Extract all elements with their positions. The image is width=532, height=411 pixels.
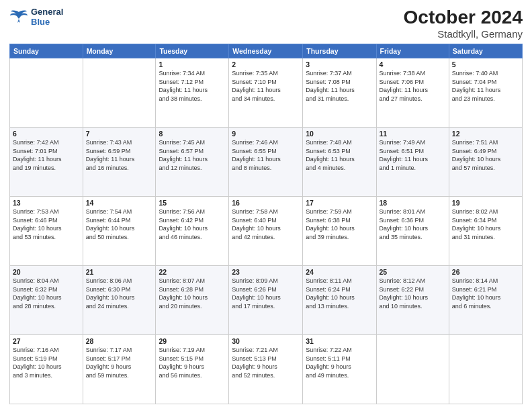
day-number: 26 — [452, 268, 519, 276]
day-info: Sunrise: 8:02 AMSunset: 6:34 PMDaylight:… — [452, 208, 519, 241]
day-number: 5 — [452, 60, 519, 68]
calendar-cell: 22Sunrise: 8:07 AMSunset: 6:28 PMDayligh… — [156, 266, 229, 335]
calendar-cell: 1Sunrise: 7:34 AMSunset: 7:12 PMDaylight… — [156, 58, 229, 128]
calendar-cell — [10, 58, 83, 128]
day-number: 30 — [232, 337, 300, 345]
calendar-cell: 29Sunrise: 7:19 AMSunset: 5:15 PMDayligh… — [156, 335, 229, 404]
calendar-cell — [376, 335, 449, 404]
calendar-cell: 23Sunrise: 8:09 AMSunset: 6:26 PMDayligh… — [229, 266, 303, 335]
day-number: 2 — [232, 60, 300, 68]
location-title: Stadtkyll, Germany — [404, 28, 523, 40]
calendar-cell: 15Sunrise: 7:56 AMSunset: 6:42 PMDayligh… — [156, 197, 229, 266]
weekday-header-thursday: Thursday — [303, 44, 376, 58]
calendar-cell: 28Sunrise: 7:17 AMSunset: 5:17 PMDayligh… — [83, 335, 156, 404]
calendar-cell: 25Sunrise: 8:12 AMSunset: 6:22 PMDayligh… — [376, 266, 449, 335]
day-info: Sunrise: 8:07 AMSunset: 6:28 PMDaylight:… — [159, 277, 226, 310]
day-info: Sunrise: 7:54 AMSunset: 6:44 PMDaylight:… — [86, 208, 153, 241]
day-number: 18 — [380, 199, 446, 207]
day-info: Sunrise: 7:56 AMSunset: 6:42 PMDaylight:… — [159, 208, 226, 241]
day-number: 6 — [13, 130, 80, 138]
day-info: Sunrise: 7:21 AMSunset: 5:13 PMDaylight:… — [232, 346, 300, 379]
day-number: 27 — [13, 337, 80, 345]
calendar-cell: 10Sunrise: 7:48 AMSunset: 6:53 PMDayligh… — [303, 128, 376, 197]
calendar-cell: 11Sunrise: 7:49 AMSunset: 6:51 PMDayligh… — [376, 128, 449, 197]
day-number: 7 — [86, 130, 153, 138]
day-info: Sunrise: 7:16 AMSunset: 5:19 PMDaylight:… — [13, 346, 80, 379]
calendar: SundayMondayTuesdayWednesdayThursdayFrid… — [9, 44, 523, 404]
weekday-header-friday: Friday — [376, 44, 449, 58]
calendar-cell: 2Sunrise: 7:35 AMSunset: 7:10 PMDaylight… — [229, 58, 303, 128]
calendar-cell: 13Sunrise: 7:53 AMSunset: 6:46 PMDayligh… — [10, 197, 83, 266]
calendar-cell: 16Sunrise: 7:58 AMSunset: 6:40 PMDayligh… — [229, 197, 303, 266]
header: General Blue October 2024 Stadtkyll, Ger… — [9, 7, 523, 40]
calendar-cell: 19Sunrise: 8:02 AMSunset: 6:34 PMDayligh… — [449, 197, 522, 266]
day-info: Sunrise: 7:42 AMSunset: 7:01 PMDaylight:… — [13, 138, 80, 172]
calendar-cell: 24Sunrise: 8:11 AMSunset: 6:24 PMDayligh… — [303, 266, 376, 335]
day-info: Sunrise: 7:43 AMSunset: 6:59 PMDaylight:… — [86, 138, 153, 172]
day-number: 17 — [306, 199, 373, 207]
calendar-cell: 7Sunrise: 7:43 AMSunset: 6:59 PMDaylight… — [83, 128, 156, 197]
day-info: Sunrise: 8:11 AMSunset: 6:24 PMDaylight:… — [306, 277, 373, 310]
day-info: Sunrise: 7:37 AMSunset: 7:08 PMDaylight:… — [306, 69, 373, 103]
day-number: 14 — [86, 199, 153, 207]
calendar-cell: 3Sunrise: 7:37 AMSunset: 7:08 PMDaylight… — [303, 58, 376, 128]
calendar-cell: 20Sunrise: 8:04 AMSunset: 6:32 PMDayligh… — [10, 266, 83, 335]
day-number: 31 — [306, 337, 373, 345]
day-number: 13 — [13, 199, 80, 207]
day-number: 25 — [380, 268, 446, 276]
day-number: 24 — [306, 268, 373, 276]
day-number: 16 — [232, 199, 300, 207]
day-info: Sunrise: 7:51 AMSunset: 6:49 PMDaylight:… — [452, 138, 519, 172]
day-info: Sunrise: 8:04 AMSunset: 6:32 PMDaylight:… — [13, 277, 80, 310]
calendar-cell: 26Sunrise: 8:14 AMSunset: 6:21 PMDayligh… — [449, 266, 522, 335]
day-number: 15 — [159, 199, 226, 207]
page: General Blue October 2024 Stadtkyll, Ger… — [0, 0, 532, 411]
day-info: Sunrise: 7:17 AMSunset: 5:17 PMDaylight:… — [86, 346, 153, 379]
day-number: 19 — [452, 199, 519, 207]
day-info: Sunrise: 7:45 AMSunset: 6:57 PMDaylight:… — [159, 138, 226, 172]
calendar-cell — [449, 335, 522, 404]
day-info: Sunrise: 8:09 AMSunset: 6:26 PMDaylight:… — [232, 277, 300, 310]
weekday-header-wednesday: Wednesday — [229, 44, 303, 58]
day-number: 28 — [86, 337, 153, 345]
day-number: 29 — [159, 337, 226, 345]
day-number: 11 — [380, 130, 446, 138]
weekday-header-saturday: Saturday — [449, 44, 522, 58]
day-info: Sunrise: 7:22 AMSunset: 5:11 PMDaylight:… — [306, 346, 373, 379]
day-info: Sunrise: 7:46 AMSunset: 6:55 PMDaylight:… — [232, 138, 300, 172]
day-info: Sunrise: 8:12 AMSunset: 6:22 PMDaylight:… — [380, 277, 446, 310]
day-info: Sunrise: 7:40 AMSunset: 7:04 PMDaylight:… — [452, 69, 519, 103]
calendar-cell: 21Sunrise: 8:06 AMSunset: 6:30 PMDayligh… — [83, 266, 156, 335]
calendar-cell: 5Sunrise: 7:40 AMSunset: 7:04 PMDaylight… — [449, 58, 522, 128]
weekday-header-sunday: Sunday — [10, 44, 83, 58]
calendar-cell — [83, 58, 156, 128]
calendar-cell: 12Sunrise: 7:51 AMSunset: 6:49 PMDayligh… — [449, 128, 522, 197]
weekday-header-tuesday: Tuesday — [156, 44, 229, 58]
day-number: 20 — [13, 268, 80, 276]
logo: General Blue — [9, 7, 63, 27]
logo-text: General Blue — [31, 7, 63, 27]
calendar-cell: 9Sunrise: 7:46 AMSunset: 6:55 PMDaylight… — [229, 128, 303, 197]
calendar-cell: 4Sunrise: 7:38 AMSunset: 7:06 PMDaylight… — [376, 58, 449, 128]
month-title: October 2024 — [404, 7, 523, 28]
day-info: Sunrise: 7:53 AMSunset: 6:46 PMDaylight:… — [13, 208, 80, 241]
day-info: Sunrise: 7:34 AMSunset: 7:12 PMDaylight:… — [159, 69, 226, 103]
day-info: Sunrise: 8:14 AMSunset: 6:21 PMDaylight:… — [452, 277, 519, 310]
calendar-cell: 30Sunrise: 7:21 AMSunset: 5:13 PMDayligh… — [229, 335, 303, 404]
day-number: 23 — [232, 268, 300, 276]
calendar-cell: 6Sunrise: 7:42 AMSunset: 7:01 PMDaylight… — [10, 128, 83, 197]
day-number: 12 — [452, 130, 519, 138]
day-info: Sunrise: 7:58 AMSunset: 6:40 PMDaylight:… — [232, 208, 300, 241]
weekday-header-monday: Monday — [83, 44, 156, 58]
day-number: 9 — [232, 130, 300, 138]
day-number: 1 — [159, 60, 226, 68]
day-number: 4 — [380, 60, 446, 68]
title-block: October 2024 Stadtkyll, Germany — [404, 7, 523, 40]
day-info: Sunrise: 7:49 AMSunset: 6:51 PMDaylight:… — [380, 138, 446, 172]
day-info: Sunrise: 7:38 AMSunset: 7:06 PMDaylight:… — [380, 69, 446, 103]
day-number: 8 — [159, 130, 226, 138]
day-info: Sunrise: 8:01 AMSunset: 6:36 PMDaylight:… — [380, 208, 446, 241]
day-info: Sunrise: 7:35 AMSunset: 7:10 PMDaylight:… — [232, 69, 300, 103]
calendar-cell: 8Sunrise: 7:45 AMSunset: 6:57 PMDaylight… — [156, 128, 229, 197]
day-number: 3 — [306, 60, 373, 68]
